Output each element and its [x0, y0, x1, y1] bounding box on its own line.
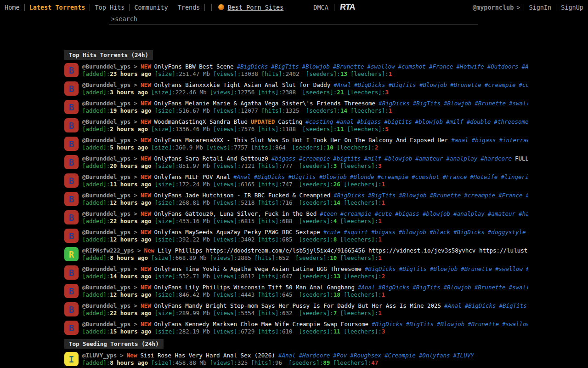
user-avatar[interactable]: B	[64, 173, 79, 188]
tag-link[interactable]: #creampie	[299, 155, 330, 162]
search-input[interactable]	[109, 14, 478, 24]
tag-link[interactable]: #BigDicks	[237, 63, 268, 70]
tag-link[interactable]: #BigDicks	[465, 302, 496, 309]
torrent-title-link-2[interactable]: Casting	[278, 118, 302, 125]
torrent-title-link[interactable]: OnlyFans Lily Phillips Wisconsin Tiff 50…	[154, 284, 355, 291]
tag-link[interactable]: #anal	[451, 137, 469, 144]
tag-link[interactable]: #BigTits	[413, 284, 440, 291]
torrent-title-link[interactable]: OnlyFans Jade Hutchison - IR BBC Fucked …	[154, 192, 330, 199]
tag-link[interactable]: #anal	[336, 118, 354, 125]
username-link[interactable]: @Burunddel_yps	[82, 302, 130, 309]
tag-link[interactable]: #swall…	[509, 284, 528, 291]
tag-link[interactable]: #Pov	[333, 352, 347, 359]
tag-link[interactable]: #Blonde	[350, 173, 374, 180]
tag-link[interactable]: #cumshot	[398, 63, 426, 70]
tag-link[interactable]: #BigDicks	[254, 173, 285, 180]
tag-link[interactable]: #analplay	[447, 155, 478, 162]
torrent-title-link[interactable]: OnlyFans Kennedy Marksen Chloe Mae Wife …	[154, 321, 368, 328]
user-avatar[interactable]: B	[64, 63, 79, 77]
tag-link[interactable]: #analplay	[453, 210, 485, 217]
user-avatar[interactable]: I	[64, 352, 79, 366]
torrent-title-link[interactable]: OnlyFans Mandy Bright Step-mom Says Her …	[154, 302, 441, 309]
tag-link[interactable]: #Anal	[334, 81, 351, 88]
tag-link[interactable]: #BigDicks	[379, 100, 410, 107]
tag-link[interactable]: #milf	[446, 118, 464, 125]
username-link[interactable]: @RIPNsfw222_yps	[82, 247, 134, 254]
username-link[interactable]: @Burunddel_yps	[82, 265, 130, 272]
tag-link[interactable]: #threesome…	[494, 118, 528, 125]
tag-link[interactable]: #Anal	[278, 352, 296, 359]
username-link[interactable]: @Burunddel_yps	[82, 100, 130, 107]
tag-link[interactable]: #BigDicks	[379, 284, 410, 291]
tag-link[interactable]: #bigass	[371, 229, 396, 236]
tag-link[interactable]: #Brunette	[468, 321, 499, 328]
torrent-title-link[interactable]: Lily Phillips https://doodstream.com/e/l…	[158, 247, 528, 254]
username-link[interactable]: @Burunddel_yps	[82, 173, 130, 180]
tag-link[interactable]: #swall…	[509, 100, 528, 107]
tag-link[interactable]: #BigDicks	[354, 81, 385, 88]
nav-item-latest-torrents[interactable]: Latest Torrents	[25, 4, 90, 11]
tag-link[interactable]: #cumshot	[412, 173, 439, 180]
tag-link[interactable]: #bigass	[395, 210, 419, 217]
tag-link[interactable]: #…	[526, 265, 528, 272]
tag-link[interactable]: #bigass	[357, 118, 381, 125]
user-avatar[interactable]: B	[64, 192, 79, 206]
tag-link[interactable]: #BigTits	[368, 192, 396, 199]
tag-link[interactable]: #BigTits	[499, 302, 526, 309]
tag-link[interactable]: #A…	[522, 63, 528, 70]
username-link[interactable]: @Burunddel_yps	[82, 284, 130, 291]
username-link[interactable]: @Burunddel_yps	[82, 192, 130, 199]
tag-link[interactable]: #bigass	[472, 137, 496, 144]
tag-link[interactable]: #cute	[375, 210, 392, 217]
torrent-title-link[interactable]: Sisi Rose Has Very Hard Anal Sex (2026)	[140, 352, 275, 359]
tag-link[interactable]: #Roughsex	[350, 352, 381, 359]
user-avatar[interactable]: B	[64, 284, 79, 298]
tag-link[interactable]: #ILUVY	[453, 352, 474, 359]
tag-link[interactable]: #BigTits	[389, 81, 416, 88]
tag-link[interactable]: #Brunette	[461, 265, 492, 272]
user-avatar[interactable]: B	[64, 302, 79, 316]
torrent-title-link[interactable]: OnlyFans Melanie Marie & Agatha Vega Sis…	[154, 100, 375, 107]
tag-link[interactable]: #bigtits	[333, 155, 361, 162]
tag-link[interactable]: #doggystyle	[488, 229, 526, 236]
nav-item-community[interactable]: Community	[130, 4, 172, 11]
username-link[interactable]: @Burunddel_yps	[82, 81, 130, 88]
tag-link[interactable]: #Brunette	[333, 63, 364, 70]
tag-link[interactable]: #France	[429, 63, 453, 70]
tag-link[interactable]: #Brunette	[450, 81, 481, 88]
tag-link[interactable]: #Blowjob	[302, 63, 330, 70]
tag-link[interactable]: #Hotwife	[470, 173, 498, 180]
tag-link[interactable]: #double	[467, 118, 491, 125]
user-avatar[interactable]: B	[64, 118, 79, 132]
tag-link[interactable]: #ha…	[519, 210, 528, 217]
tag-link[interactable]: #blowjob	[415, 118, 443, 125]
tag-link[interactable]: #swallow	[495, 265, 523, 272]
tag-link[interactable]: #BigTits	[271, 63, 299, 70]
tag-link[interactable]: #Brunette	[475, 100, 506, 107]
tag-link[interactable]: #Blowjob	[399, 192, 426, 199]
tag-link[interactable]: #teen	[320, 210, 337, 217]
tag-link[interactable]: #Hardcore	[299, 352, 330, 359]
torrent-title-link[interactable]: WoodmanCastingX Sandra Blue	[154, 118, 247, 125]
tag-link[interactable]: #BigDicks	[372, 321, 403, 328]
user-avatar[interactable]: B	[64, 210, 79, 224]
torrent-title-link[interactable]: Onlyfans Sara Retali And Gattouz0	[154, 155, 268, 162]
username-link[interactable]: @Burunddel_yps	[82, 210, 130, 217]
account-link[interactable]: @mypornclub>	[469, 4, 524, 11]
tag-link[interactable]: #BigTits	[399, 265, 427, 272]
tag-link[interactable]: #hardcore	[481, 155, 512, 162]
user-avatar[interactable]: R	[64, 247, 79, 261]
tag-link[interactable]: #Blowjob	[444, 284, 471, 291]
tag-link[interactable]: #bigass	[271, 155, 296, 162]
tag-link[interactable]: #France	[443, 173, 467, 180]
torrent-title-link[interactable]: Onlyfans MaySeeds AquaZay Perky PAWG BBC…	[154, 229, 320, 236]
tag-link[interactable]: #blowjob	[399, 229, 426, 236]
tag-link[interactable]: #Anal	[444, 302, 462, 309]
tag-link[interactable]: #squirt	[344, 229, 368, 236]
user-avatar[interactable]: B	[64, 100, 79, 114]
tag-link[interactable]: #creampie	[485, 81, 516, 88]
tag-link[interactable]: #Outdoors	[487, 63, 519, 70]
tag-link[interactable]: #…	[526, 192, 528, 199]
signin-link[interactable]: SignIn	[524, 4, 556, 11]
tag-link[interactable]: #amateur	[488, 210, 515, 217]
